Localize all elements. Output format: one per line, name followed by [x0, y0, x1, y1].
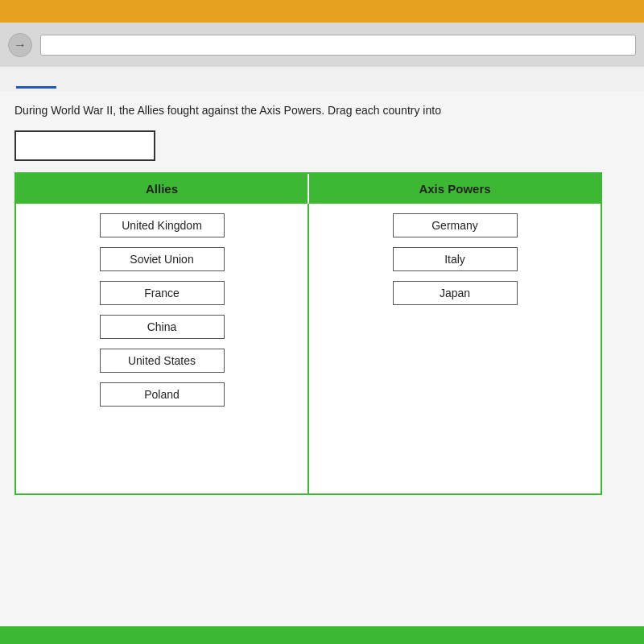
- table-header: Allies Axis Powers: [16, 174, 601, 204]
- bottom-bar: [0, 626, 644, 644]
- list-item[interactable]: United Kingdom: [100, 213, 225, 237]
- allies-header: Allies: [16, 174, 309, 204]
- axis-header: Axis Powers: [309, 174, 601, 204]
- list-item[interactable]: China: [100, 315, 225, 339]
- browser-chrome: →: [0, 23, 644, 67]
- address-bar[interactable]: [40, 35, 636, 56]
- list-item[interactable]: France: [100, 281, 225, 305]
- axis-column: Germany Italy Japan: [309, 204, 601, 493]
- list-item[interactable]: Soviet Union: [100, 247, 225, 271]
- list-item[interactable]: Japan: [393, 281, 518, 305]
- list-item[interactable]: Poland: [100, 382, 225, 407]
- allies-column: United Kingdom Soviet Union France China…: [16, 204, 309, 493]
- classification-table: Allies Axis Powers United Kingdom Soviet…: [14, 172, 602, 495]
- forward-icon: →: [14, 38, 27, 52]
- list-item[interactable]: United States: [100, 349, 225, 373]
- page-content: During World War II, the Allies fought a…: [0, 91, 644, 644]
- top-bar: [0, 0, 644, 23]
- search-box[interactable]: [14, 130, 155, 161]
- instruction-text: During World War II, the Allies fought a…: [14, 103, 630, 119]
- list-item[interactable]: Italy: [393, 247, 518, 271]
- forward-button[interactable]: →: [8, 33, 32, 57]
- tab-indicator: [16, 86, 56, 89]
- table-body: United Kingdom Soviet Union France China…: [16, 204, 601, 493]
- list-item[interactable]: Germany: [393, 213, 518, 237]
